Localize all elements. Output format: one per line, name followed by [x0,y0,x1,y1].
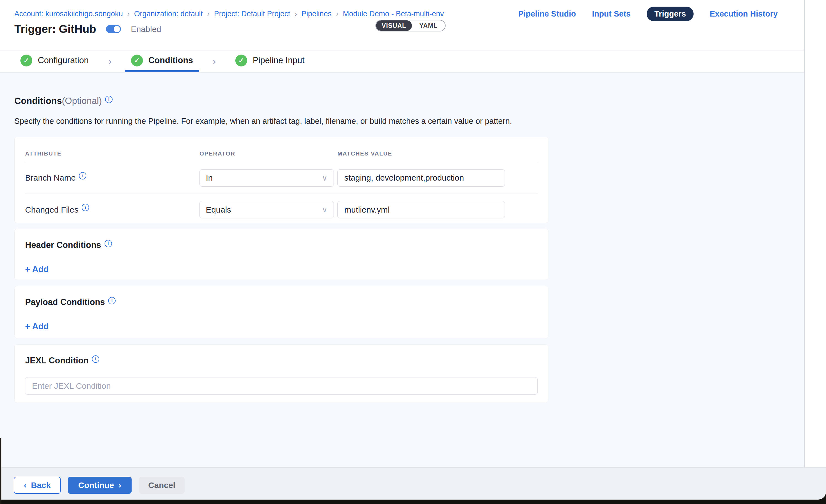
tab-pipeline-input[interactable]: ✓ Pipeline Input [229,51,311,72]
column-header-operator: OPERATOR [199,150,338,157]
header-conditions-card: Header Conditions i + Add [14,229,548,280]
changed-files-operator-select[interactable]: Equals ∨ [199,201,334,218]
table-row-changed-files: Changed Files i Equals ∨ [25,194,538,226]
page-header: Account: kurosakiichigo.songoku › Organi… [0,0,804,50]
tab-configuration[interactable]: ✓ Configuration [14,51,95,72]
breadcrumb-separator-icon: › [207,10,210,18]
conditions-heading-text: Conditions [14,96,62,106]
info-icon[interactable]: i [82,204,89,211]
breadcrumb: Account: kurosakiichigo.songoku › Organi… [14,10,444,18]
chevron-right-icon: › [199,51,229,72]
chevron-right-icon: › [118,481,121,490]
conditions-table-card: ATTRIBUTE OPERATOR MATCHES VALUE Branch … [14,137,548,223]
breadcrumb-pipelines[interactable]: Pipelines [302,10,332,18]
enabled-toggle[interactable] [106,25,121,33]
breadcrumb-separator-icon: › [336,10,339,18]
jexl-condition-card: JEXL Condition i [14,344,548,403]
jexl-condition-text: JEXL Condition [25,356,88,366]
breadcrumb-organization[interactable]: Organization: default [134,10,203,18]
header-conditions-text: Header Conditions [25,240,101,250]
payload-conditions-add-button[interactable]: + Add [25,321,49,331]
cancel-button[interactable]: Cancel [139,477,185,494]
conditions-table: ATTRIBUTE OPERATOR MATCHES VALUE Branch … [15,137,548,226]
yaml-toggle-button[interactable]: YAML [412,20,445,31]
back-button-label: Back [31,481,51,490]
conditions-table-header: ATTRIBUTE OPERATOR MATCHES VALUE [25,137,538,162]
breadcrumb-separator-icon: › [295,10,297,18]
conditions-description: Specify the conditions for running the P… [14,117,512,126]
branch-name-operator-value: In [206,173,213,183]
breadcrumb-separator-icon: › [127,10,130,18]
title-row: Trigger: GitHub Enabled [14,22,161,36]
jexl-condition-input[interactable] [25,377,538,394]
continue-button-label: Continue [78,481,114,490]
column-header-matches-value: MATCHES VALUE [338,150,538,157]
chevron-left-icon: ‹ [24,481,26,490]
nav-pipeline-studio[interactable]: Pipeline Studio [518,9,576,18]
right-panel-strip [805,0,826,467]
header-conditions-add-button[interactable]: + Add [25,264,49,274]
tab-conditions[interactable]: ✓ Conditions [125,51,199,72]
pipeline-top-nav: Pipeline Studio Input Sets Triggers Exec… [518,7,778,21]
info-icon[interactable]: i [79,172,86,180]
info-icon[interactable]: i [92,356,99,363]
chevron-down-icon: ∨ [322,174,328,183]
check-circle-icon: ✓ [235,55,247,66]
conditions-section-heading: Conditions (Optional) i [14,96,113,106]
conditions-content: Conditions (Optional) i Specify the cond… [0,72,804,467]
nav-input-sets[interactable]: Input Sets [592,9,631,18]
page-title: Trigger: GitHub [14,22,96,36]
tab-pipeline-input-label: Pipeline Input [253,55,305,65]
jexl-condition-heading: JEXL Condition i [25,356,538,366]
payload-conditions-heading: Payload Conditions i [25,297,538,307]
branch-name-matches-value-input[interactable] [338,169,505,187]
cancel-button-label: Cancel [148,481,175,490]
table-row-branch-name: Branch Name i In ∨ [25,162,538,194]
header-top-row: Account: kurosakiichigo.songoku › Organi… [14,7,778,21]
trigger-wizard-page: Account: kurosakiichigo.songoku › Organi… [0,0,826,504]
info-icon[interactable]: i [105,96,113,103]
visual-toggle-button[interactable]: VISUAL [376,20,412,31]
breadcrumb-pipeline-name[interactable]: Module Demo - Beta-multi-env [343,10,444,18]
branch-name-text: Branch Name [25,173,75,183]
changed-files-operator-value: Equals [206,205,231,214]
column-header-attribute: ATTRIBUTE [25,150,199,157]
nav-execution-history[interactable]: Execution History [710,9,778,18]
visual-yaml-switch: VISUAL YAML [375,20,446,32]
right-panel-divider [804,0,805,467]
payload-conditions-text: Payload Conditions [25,297,105,307]
back-button[interactable]: ‹ Back [14,477,61,494]
window-left-edge [0,438,1,504]
check-circle-icon: ✓ [20,55,32,66]
info-icon[interactable]: i [105,240,112,247]
continue-button[interactable]: Continue › [68,477,132,494]
nav-triggers-active[interactable]: Triggers [647,7,694,21]
toggle-knob [113,25,121,33]
check-circle-icon: ✓ [131,55,143,66]
tab-configuration-label: Configuration [38,55,88,65]
changed-files-text: Changed Files [25,205,78,214]
enabled-label: Enabled [131,24,161,34]
changed-files-matches-value-input[interactable] [338,201,505,218]
breadcrumb-account[interactable]: Account: kurosakiichigo.songoku [14,10,123,18]
info-icon[interactable]: i [108,297,116,304]
conditions-optional-text: (Optional) [62,96,102,106]
changed-files-label: Changed Files i [25,205,199,214]
payload-conditions-card: Payload Conditions i + Add [14,286,548,338]
header-conditions-heading: Header Conditions i [25,240,538,250]
branch-name-label: Branch Name i [25,173,199,183]
tab-conditions-label: Conditions [149,55,193,65]
wizard-tabs: ✓ Configuration › ✓ Conditions › ✓ Pipel… [0,50,804,72]
breadcrumb-project[interactable]: Project: Default Project [214,10,290,18]
branch-name-operator-select[interactable]: In ∨ [199,169,334,187]
footer-action-bar: ‹ Back Continue › Cancel [0,467,826,500]
chevron-down-icon: ∨ [322,205,328,214]
chevron-right-icon: › [95,51,125,72]
